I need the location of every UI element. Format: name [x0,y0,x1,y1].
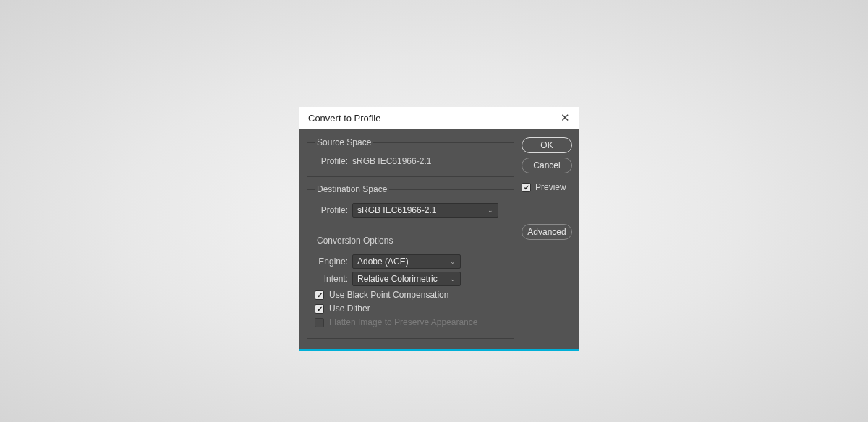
dither-checkbox[interactable]: ✔ [315,304,324,314]
bpc-checkbox[interactable]: ✔ [315,290,324,300]
conversion-options-legend: Conversion Options [315,236,395,246]
dialog-title: Convert to Profile [308,113,380,124]
destination-profile-value: sRGB IEC61966-2.1 [357,205,436,215]
intent-dropdown[interactable]: Relative Colorimetric ⌄ [352,272,461,286]
dither-row[interactable]: ✔ Use Dither [315,303,506,314]
source-profile-label: Profile: [315,156,348,166]
destination-space-legend: Destination Space [315,184,389,194]
flatten-checkbox [315,318,324,327]
cancel-button[interactable]: Cancel [522,158,572,173]
source-space-legend: Source Space [315,137,373,147]
chevron-down-icon: ⌄ [488,207,493,214]
titlebar: Convert to Profile ✕ [299,107,579,129]
source-space-group: Source Space Profile: sRGB IEC61966-2.1 [307,137,514,177]
dither-label: Use Dither [329,303,370,314]
preview-checkbox[interactable]: ✔ [522,183,531,192]
close-icon[interactable]: ✕ [558,111,572,124]
chevron-down-icon: ⌄ [450,275,456,283]
dialog-body: Source Space Profile: sRGB IEC61966-2.1 … [299,129,579,349]
intent-value: Relative Colorimetric [357,274,438,284]
destination-profile-dropdown[interactable]: sRGB IEC61966-2.1 ⌄ [352,203,498,218]
left-column: Source Space Profile: sRGB IEC61966-2.1 … [307,137,514,339]
flatten-row: Flatten Image to Preserve Appearance [315,317,506,327]
chevron-down-icon: ⌄ [450,258,456,265]
ok-button[interactable]: OK [522,137,572,153]
conversion-options-group: Conversion Options Engine: Adobe (ACE) ⌄… [307,236,514,339]
source-profile-value: sRGB IEC61966-2.1 [352,156,431,166]
bpc-row[interactable]: ✔ Use Black Point Compensation [315,290,506,300]
destination-profile-label: Profile: [315,205,348,215]
engine-dropdown[interactable]: Adobe (ACE) ⌄ [352,254,461,269]
right-column: OK Cancel ✔ Preview Advanced [522,137,572,339]
convert-to-profile-dialog: Convert to Profile ✕ Source Space Profil… [299,107,579,351]
bpc-label: Use Black Point Compensation [329,290,448,300]
engine-label: Engine: [315,257,348,267]
advanced-button[interactable]: Advanced [522,224,572,240]
destination-space-group: Destination Space Profile: sRGB IEC61966… [307,184,514,228]
preview-label: Preview [535,182,566,192]
intent-label: Intent: [315,274,348,284]
preview-row[interactable]: ✔ Preview [522,182,572,192]
engine-value: Adobe (ACE) [357,257,409,267]
flatten-label: Flatten Image to Preserve Appearance [329,317,477,327]
